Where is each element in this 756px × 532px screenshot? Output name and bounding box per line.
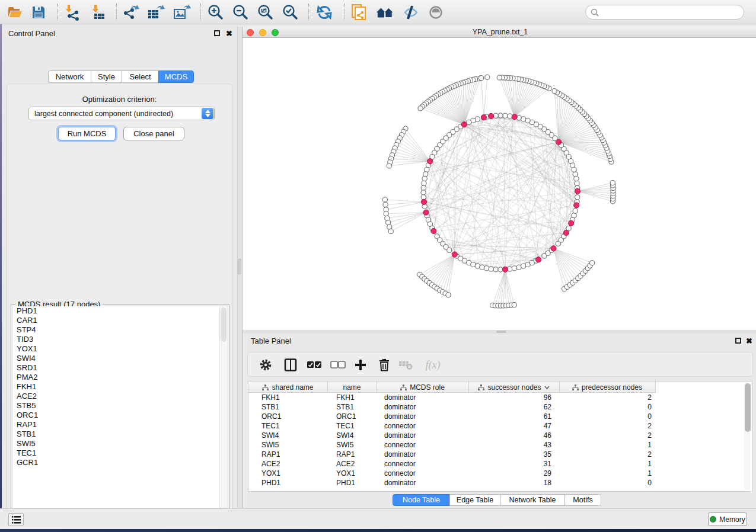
graph-mcds-node[interactable] (535, 257, 541, 262)
graph-leaf-node[interactable] (479, 76, 484, 81)
tab-motifs[interactable]: Motifs (564, 494, 601, 506)
float-window-icon[interactable] (214, 30, 220, 36)
graph-node[interactable] (425, 167, 429, 172)
delete-row-icon[interactable] (376, 357, 393, 373)
graph-node[interactable] (423, 172, 428, 177)
memory-button[interactable]: Memory (708, 512, 747, 526)
table-row[interactable]: FKH1FKH1dominator962 (248, 393, 752, 402)
graph-leaf-node[interactable] (382, 197, 387, 202)
graph-node[interactable] (475, 117, 480, 121)
table-row[interactable]: ORC1ORC1dominator610 (248, 412, 752, 421)
column-chooser-icon[interactable] (282, 357, 299, 373)
tab-network[interactable]: Network (48, 70, 91, 83)
table-row[interactable]: PHD1PHD1dominator180 (248, 478, 752, 488)
zoom-out-icon[interactable] (231, 4, 249, 21)
zoom-selected-icon[interactable] (281, 4, 299, 21)
graph-node[interactable] (484, 266, 489, 271)
graph-node[interactable] (480, 265, 484, 270)
graph-leaf-node[interactable] (446, 293, 451, 297)
table-row[interactable]: STB1STB1dominator620 (248, 402, 752, 412)
graph-node[interactable] (421, 190, 426, 195)
graph-mcds-node[interactable] (452, 252, 457, 257)
graph-node[interactable] (493, 267, 498, 272)
share-document-icon[interactable] (350, 4, 368, 21)
graph-leaf-node[interactable] (552, 89, 557, 94)
graph-mcds-node[interactable] (423, 210, 429, 215)
graph-leaf-node[interactable] (384, 211, 388, 216)
export-image-icon[interactable] (173, 4, 191, 21)
column-header-predecessor-nodes[interactable]: predecessor nodes (559, 382, 655, 393)
table-row[interactable]: ACE2ACE2connector311 (248, 459, 752, 469)
result-node[interactable]: TID3 (13, 335, 227, 344)
select-all-icon[interactable] (306, 357, 323, 373)
graph-node[interactable] (521, 264, 526, 268)
graph-leaf-node[interactable] (386, 220, 391, 225)
result-node[interactable]: STB5 (13, 401, 227, 411)
result-node[interactable]: TEC1 (13, 448, 227, 458)
graph-node[interactable] (521, 117, 526, 121)
export-table-icon[interactable] (147, 4, 165, 21)
tab-style[interactable]: Style (91, 70, 122, 83)
close-panel-icon[interactable]: ✖ (226, 31, 232, 37)
graph-mcds-node[interactable] (502, 267, 508, 272)
result-node[interactable]: PMA2 (13, 373, 227, 382)
home-icon[interactable] (376, 4, 394, 21)
tab-select[interactable]: Select (122, 70, 159, 83)
graph-node[interactable] (471, 262, 476, 267)
column-header-MCDS-role[interactable]: MCDS role (377, 382, 468, 393)
vertical-splitter[interactable] (237, 27, 243, 508)
result-node[interactable]: FKH1 (13, 382, 227, 392)
graph-node[interactable] (475, 264, 480, 268)
graph-node[interactable] (574, 176, 579, 181)
run-mcds-button[interactable]: Run MCDS (58, 127, 116, 140)
zoom-fit-icon[interactable] (256, 4, 274, 21)
result-node[interactable]: PHD1 (13, 306, 227, 316)
result-node[interactable]: GCR1 (13, 458, 227, 467)
tab-mcds[interactable]: MCDS (158, 70, 194, 83)
add-row-icon[interactable] (352, 357, 369, 373)
graph-mcds-node[interactable] (569, 220, 574, 226)
tab-network-table[interactable]: Network Table (500, 494, 565, 506)
graph-node[interactable] (422, 176, 427, 181)
network-canvas[interactable] (243, 38, 756, 330)
show-panels-button[interactable] (8, 513, 24, 526)
graph-node[interactable] (572, 213, 576, 218)
result-node[interactable]: RAP1 (13, 420, 227, 430)
tab-node-table[interactable]: Node Table (393, 494, 450, 506)
graph-leaf-node[interactable] (385, 216, 390, 220)
result-node[interactable]: ORC1 (13, 411, 227, 420)
graph-leaf-node[interactable] (590, 261, 595, 265)
graph-mcds-node[interactable] (512, 114, 517, 120)
graph-leaf-node[interactable] (497, 75, 502, 80)
graph-leaf-node[interactable] (388, 229, 393, 233)
graph-mcds-node[interactable] (563, 230, 569, 235)
graph-node[interactable] (421, 195, 426, 200)
graph-mcds-node[interactable] (461, 122, 467, 127)
graph-mcds-node[interactable] (481, 114, 486, 120)
network-titlebar[interactable]: YPA_prune.txt_1 (243, 27, 756, 38)
graph-leaf-node[interactable] (610, 180, 615, 185)
deselect-all-icon[interactable] (330, 357, 346, 373)
graph-mcds-node[interactable] (556, 139, 562, 145)
graph-node[interactable] (572, 167, 576, 172)
graph-node[interactable] (575, 195, 580, 200)
table-scrollbar[interactable] (744, 383, 751, 490)
result-node[interactable]: SWI4 (13, 354, 227, 363)
table-row[interactable]: SWI5SWI5connector431 (248, 440, 752, 450)
tab-edge-table[interactable]: Edge Table (449, 494, 500, 506)
mcds-result-list[interactable]: PHD1CAR1STP4TID3YOX1SWI4SRD1PMA2FKH1ACE2… (13, 306, 227, 521)
graph-node[interactable] (489, 267, 493, 271)
graph-mcds-node[interactable] (431, 228, 436, 233)
graph-node[interactable] (503, 113, 508, 118)
graph-node[interactable] (498, 113, 503, 118)
graph-leaf-node[interactable] (485, 75, 490, 79)
graph-node[interactable] (575, 181, 579, 185)
open-file-icon[interactable] (6, 4, 24, 21)
graph-leaf-node[interactable] (383, 202, 388, 207)
column-header-shared-name[interactable]: shared name (248, 382, 327, 393)
result-node[interactable]: CAR1 (13, 316, 227, 325)
column-header-successor-nodes[interactable]: successor nodes (468, 382, 559, 393)
result-scrollbar[interactable] (219, 306, 227, 521)
table-row[interactable]: SWI4SWI4dominator462 (248, 431, 752, 440)
float-window-icon[interactable] (735, 338, 741, 344)
